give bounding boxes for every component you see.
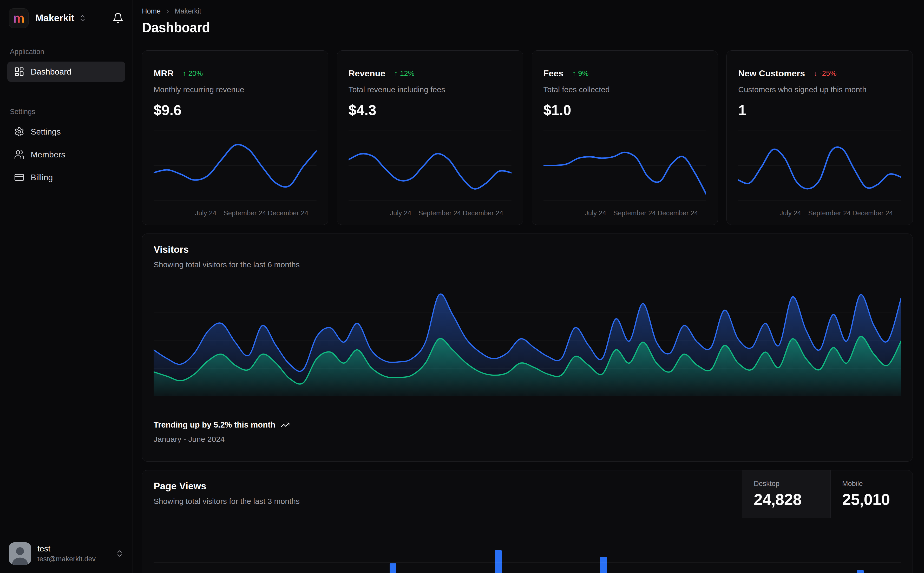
bar-slot bbox=[621, 526, 633, 573]
bar-slot bbox=[586, 526, 598, 573]
x-axis-label: July 24 bbox=[585, 209, 606, 217]
x-axis-label: December 24 bbox=[852, 209, 893, 217]
sidebar-item-billing[interactable]: Billing bbox=[7, 167, 125, 188]
toggle-label: Desktop bbox=[754, 480, 819, 488]
sidebar-item-dashboard[interactable]: Dashboard bbox=[7, 61, 125, 82]
bar-slot bbox=[340, 526, 352, 573]
toggle-mobile[interactable]: Mobile 25,010 bbox=[830, 470, 913, 518]
x-axis-label: December 24 bbox=[268, 209, 308, 217]
workspace-selector[interactable]: Makerkit bbox=[35, 13, 87, 23]
notifications-button[interactable] bbox=[112, 13, 124, 24]
stat-card-fees: Fees ↑9% Total fees collected $1.0 July … bbox=[532, 50, 718, 225]
breadcrumb-home[interactable]: Home bbox=[142, 7, 161, 15]
section-label-application: Application bbox=[10, 48, 123, 56]
stat-card-value: $4.3 bbox=[348, 102, 511, 119]
bar-slot bbox=[726, 526, 737, 573]
bar-slot bbox=[212, 526, 224, 573]
bar-slot bbox=[527, 526, 539, 573]
bar-slot bbox=[247, 526, 259, 573]
toggle-desktop[interactable]: Desktop 24,828 bbox=[742, 470, 830, 518]
bar-slot bbox=[808, 526, 819, 573]
trend-arrow-icon: ↑ bbox=[182, 69, 186, 78]
user-menu[interactable]: test test@makerkit.dev bbox=[7, 541, 125, 566]
stat-card-revenue: Revenue ↑12% Total revenue including fee… bbox=[337, 50, 523, 225]
sparkline-chart: July 24 September 24 December 24 bbox=[543, 125, 706, 218]
bar-slot bbox=[574, 526, 586, 573]
bar-slot bbox=[773, 526, 784, 573]
bar-slot bbox=[317, 526, 329, 573]
bar-slot bbox=[749, 526, 761, 573]
bar-slot bbox=[889, 526, 901, 573]
bar-slot bbox=[492, 526, 504, 573]
trend-arrow-icon: ↑ bbox=[573, 69, 576, 78]
bar-slot bbox=[878, 526, 889, 573]
toggle-label: Mobile bbox=[842, 480, 901, 488]
bar-slot bbox=[189, 526, 201, 573]
bar-slot bbox=[387, 526, 399, 573]
visitors-card: Visitors Showing total visitors for the … bbox=[142, 233, 913, 462]
visitors-title: Visitors bbox=[154, 244, 901, 255]
toggle-value: 24,828 bbox=[754, 490, 819, 509]
stat-card-title: Fees bbox=[543, 68, 564, 78]
bar-slot bbox=[644, 526, 656, 573]
bar-slot bbox=[411, 526, 422, 573]
visitors-trend-text: Trending up by 5.2% this month bbox=[154, 420, 275, 430]
avatar-placeholder bbox=[9, 542, 31, 565]
bar-slot bbox=[305, 526, 317, 573]
dashboard-icon bbox=[14, 66, 24, 77]
bar-slot bbox=[224, 526, 235, 573]
gridline bbox=[154, 562, 901, 563]
bar-slot bbox=[282, 526, 294, 573]
stat-card-mrr: MRR ↑20% Monthly recurring revenue $9.6 … bbox=[142, 50, 328, 225]
bar bbox=[857, 570, 864, 573]
bar-slot bbox=[831, 526, 842, 573]
bar-slot bbox=[679, 526, 691, 573]
bar-slot bbox=[434, 526, 446, 573]
x-axis-label: July 24 bbox=[390, 209, 411, 217]
bar-slot bbox=[667, 526, 679, 573]
stat-card-new-customers: New Customers ↓-25% Customers who signed… bbox=[726, 50, 913, 225]
bar-slot bbox=[154, 526, 165, 573]
main-content: Home Makerkit Dashboard MRR ↑20% Monthly… bbox=[133, 0, 924, 573]
stat-card-value: $1.0 bbox=[543, 102, 706, 119]
visitors-area-chart bbox=[154, 279, 901, 396]
bar-slot bbox=[551, 526, 562, 573]
stat-card-value: $9.6 bbox=[154, 102, 317, 119]
stat-card-description: Total fees collected bbox=[543, 85, 706, 94]
sparkline-chart: July 24 September 24 December 24 bbox=[738, 125, 901, 218]
bar-slot bbox=[504, 526, 516, 573]
visitors-period: January - June 2024 bbox=[154, 435, 901, 444]
sidebar-item-label: Members bbox=[31, 150, 65, 160]
app-logo: m bbox=[9, 8, 28, 28]
sidebar-item-settings[interactable]: Settings bbox=[7, 122, 125, 142]
chevrons-up-down-icon bbox=[78, 14, 87, 22]
trend-badge: ↑20% bbox=[182, 69, 203, 78]
x-axis-label: September 24 bbox=[613, 209, 656, 217]
bar-slot bbox=[703, 526, 714, 573]
bar-slot bbox=[352, 526, 364, 573]
toggle-value: 25,010 bbox=[842, 490, 901, 509]
bar-slot bbox=[598, 526, 609, 573]
bar-slot bbox=[457, 526, 469, 573]
bar-slot bbox=[656, 526, 667, 573]
sidebar-item-members[interactable]: Members bbox=[7, 144, 125, 165]
page-views-title: Page Views bbox=[154, 481, 731, 492]
trend-arrow-icon: ↓ bbox=[814, 69, 817, 78]
bar-slot bbox=[376, 526, 387, 573]
page-views-subtitle: Showing total visitors for the last 3 mo… bbox=[154, 497, 731, 506]
app-logo-letter: m bbox=[13, 12, 24, 25]
bar-slot bbox=[691, 526, 703, 573]
page-views-card: Page Views Showing total visitors for th… bbox=[142, 470, 913, 573]
stat-cards-row: MRR ↑20% Monthly recurring revenue $9.6 … bbox=[142, 50, 913, 225]
visitors-subtitle: Showing total visitors for the last 6 mo… bbox=[154, 260, 901, 269]
bar-slot bbox=[329, 526, 340, 573]
bar-slot bbox=[235, 526, 247, 573]
x-axis-label: September 24 bbox=[808, 209, 851, 217]
gear-icon bbox=[14, 127, 24, 137]
x-axis-label: September 24 bbox=[419, 209, 461, 217]
bar-slot bbox=[866, 526, 878, 573]
credit-card-icon bbox=[14, 172, 24, 183]
workspace-row: m Makerkit bbox=[7, 7, 125, 29]
bar-slot bbox=[399, 526, 411, 573]
bar-slot bbox=[761, 526, 773, 573]
